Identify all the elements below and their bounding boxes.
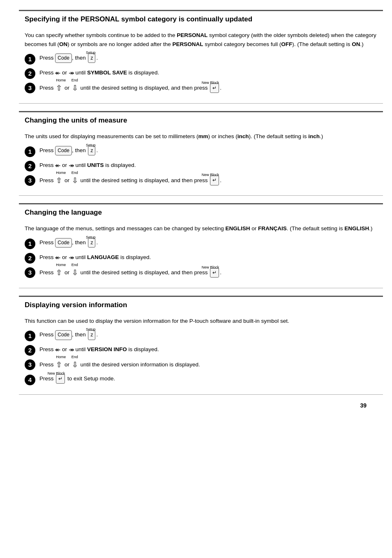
section-language: Changing the language The language of th… — [19, 203, 383, 288]
step-ver-3: 3 Press Home ⇧ or End ⇩ until the desire… — [25, 359, 377, 371]
step-ver-4: 4 Press New Block ↵ to exit Setup mode. — [25, 374, 377, 385]
step-lang-2: 2 Press ↞ or ↠ until LANGUAGE is display… — [25, 252, 377, 264]
home-label-v: Home — [56, 355, 66, 359]
setup-label-v: Setup — [86, 326, 96, 332]
step-num-2: 2 — [25, 68, 35, 79]
steps-units: 1 Press Code, then Setup z . 2 Press ↞ o… — [25, 146, 377, 187]
step-units-2: 2 Press ↞ or ↠ until UNITS is displayed. — [25, 160, 377, 171]
section-body-personal: You can specify whether symbols continue… — [19, 28, 383, 94]
step-num-v3: 3 — [25, 359, 35, 370]
intro-version: This function can be used to display the… — [25, 317, 377, 326]
code-key-l: Code — [55, 238, 72, 248]
step-content-ver-4: Press New Block ↵ to exit Setup mode. — [39, 374, 377, 384]
page-number: 39 — [19, 402, 383, 409]
step-num-u3: 3 — [25, 175, 35, 186]
setup-key-wrap-u: Setup z — [88, 146, 95, 155]
up-arrow-wrap-l: Home ⇧ — [56, 267, 62, 279]
setup-key-wrap: Setup z — [88, 53, 95, 63]
intro-personal: You can specify whether symbols continue… — [25, 31, 377, 49]
end-label-l: End — [71, 263, 78, 267]
step-num-3: 3 — [25, 83, 35, 93]
home-label-u: Home — [56, 171, 66, 175]
section-body-language: The language of the menus, settings and … — [19, 221, 383, 278]
down-arrow-sym-l: ⇩ — [72, 267, 78, 279]
end-label-u: End — [71, 171, 78, 175]
step-num-l1: 1 — [25, 238, 35, 249]
up-arrow-sym: ⇧ — [56, 82, 62, 94]
code-key-v: Code — [55, 330, 72, 340]
step-content-lang-3: Press Home ⇧ or End ⇩ until the desired … — [39, 267, 377, 279]
enter-key-wrap-l: New Block ↵ — [210, 268, 219, 278]
step-personal-2: 2 Press ↞ or ↠ until SYMBOL SAVE is disp… — [25, 68, 377, 79]
up-arrow-sym-l: ⇧ — [56, 267, 62, 279]
code-key-u: Code — [55, 146, 72, 155]
up-arrow-sym-v: ⇧ — [56, 359, 62, 371]
step-num-l3: 3 — [25, 267, 35, 278]
up-arrow-sym-u: ⇧ — [56, 175, 62, 187]
right-arrow-key-v: ↠ — [69, 345, 74, 355]
end-label-v: End — [71, 355, 78, 359]
setup-key-wrap-l: Setup z — [88, 238, 95, 248]
down-arrow-wrap-l: End ⇩ — [72, 267, 78, 279]
step-content-ver-2: Press ↞ or ↠ until VERSION INFO is displ… — [39, 345, 377, 355]
step-content-ver-3: Press Home ⇧ or End ⇩ until the desired … — [39, 359, 377, 371]
step-personal-1: 1 Press Code, then Setup z . — [25, 53, 377, 65]
step-ver-1: 1 Press Code, then Setup z . — [25, 330, 377, 341]
newblock-label-1: New Block — [202, 80, 219, 86]
step-content-units-1: Press Code, then Setup z . — [39, 146, 377, 155]
setup-label: Setup — [86, 50, 96, 56]
up-arrow-wrap-v: Home ⇧ — [56, 359, 62, 371]
step-content-lang-1: Press Code, then Setup z . — [39, 238, 377, 248]
section-units: Changing the units of measure The units … — [19, 111, 383, 196]
down-arrow-sym-v: ⇩ — [72, 359, 78, 371]
step-content-personal-1: Press Code, then Setup z . — [39, 53, 377, 63]
page-container: Specifying if the PERSONAL symbol catego… — [9, 0, 383, 419]
steps-version: 1 Press Code, then Setup z . 2 Press ↞ o… — [25, 330, 377, 385]
step-lang-3: 3 Press Home ⇧ or End ⇩ until the desire… — [25, 267, 377, 279]
step-content-units-3: Press Home ⇧ or End ⇩ until the desired … — [39, 175, 377, 187]
enter-key-wrap-u: New Block ↵ — [210, 176, 219, 185]
down-arrow-wrap-u: End ⇩ — [72, 175, 78, 187]
right-arrow-key: ↠ — [69, 68, 74, 79]
setup-label-l: Setup — [86, 234, 96, 240]
section-version: Displaying version information This func… — [19, 296, 383, 395]
section-body-units: The units used for displaying measuremen… — [19, 129, 383, 186]
section-body-version: This function can be used to display the… — [19, 313, 383, 385]
step-lang-1: 1 Press Code, then Setup z . — [25, 238, 377, 249]
newblock-label-l: New Block — [202, 264, 219, 270]
left-arrow-key-l: ↞ — [55, 252, 60, 263]
intro-units: The units used for displaying measuremen… — [25, 132, 377, 141]
steps-language: 1 Press Code, then Setup z . 2 Press ↞ o… — [25, 238, 377, 279]
section-title-personal: Specifying if the PERSONAL symbol catego… — [19, 11, 383, 28]
section-title-language: Changing the language — [19, 204, 383, 221]
left-arrow-key: ↞ — [55, 68, 60, 79]
home-label-l: Home — [56, 263, 66, 267]
newblock-label-u: New Block — [202, 172, 219, 178]
down-arrow-sym: ⇩ — [72, 82, 78, 94]
enter-key-wrap-1: New Block ↵ — [210, 83, 219, 93]
step-content-personal-3: Press Home ⇧ or End ⇩ until the desired … — [39, 82, 377, 94]
code-key: Code — [55, 53, 72, 63]
enter-key-wrap-v4: New Block ↵ — [56, 374, 65, 384]
left-arrow-key-u: ↞ — [55, 160, 60, 171]
section-title-version: Displaying version information — [19, 297, 383, 313]
step-content-units-2: Press ↞ or ↠ until UNITS is displayed. — [39, 160, 377, 171]
up-arrow-wrap: Home ⇧ — [56, 82, 62, 94]
setup-key-wrap-v: Setup z — [88, 330, 95, 340]
steps-personal: 1 Press Code, then Setup z . 2 Press ↞ o… — [25, 53, 377, 94]
right-arrow-key-l: ↠ — [69, 252, 74, 263]
step-content-lang-2: Press ↞ or ↠ until LANGUAGE is displayed… — [39, 252, 377, 263]
down-arrow-wrap: End ⇩ — [72, 82, 78, 94]
newblock-label-v4: New Block — [48, 370, 65, 376]
home-label: Home — [56, 79, 66, 82]
step-units-3: 3 Press Home ⇧ or End ⇩ until the desire… — [25, 175, 377, 187]
down-arrow-sym-u: ⇩ — [72, 175, 78, 187]
step-ver-2: 2 Press ↞ or ↠ until VERSION INFO is dis… — [25, 345, 377, 356]
step-personal-3: 3 Press Home ⇧ or End ⇩ until the desire… — [25, 82, 377, 94]
down-arrow-wrap-v: End ⇩ — [72, 359, 78, 371]
section-title-units: Changing the units of measure — [19, 112, 383, 129]
section-personal-symbol: Specifying if the PERSONAL symbol catego… — [19, 10, 383, 104]
step-num-u1: 1 — [25, 146, 35, 157]
step-units-1: 1 Press Code, then Setup z . — [25, 146, 377, 157]
setup-label-u: Setup — [86, 142, 96, 148]
